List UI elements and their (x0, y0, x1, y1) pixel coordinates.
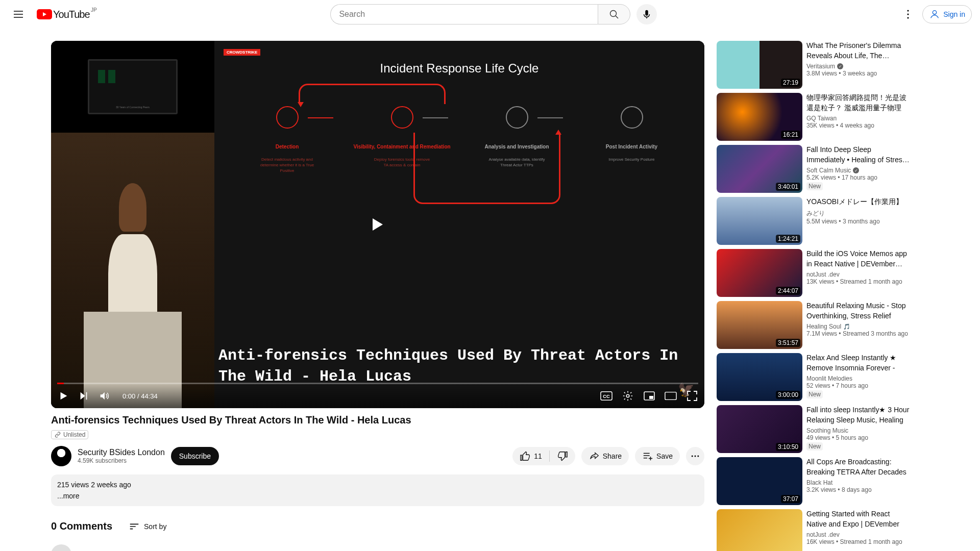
recommendation-item[interactable]: Getting Started with React Native and Ex… (717, 509, 922, 551)
youtube-wordmark: YouTube (53, 9, 90, 20)
secondary-column: 27:19 What The Prisoner's Dilemma Reveal… (717, 41, 922, 551)
speaker-pane: 30 Years of Connecting Peers (51, 41, 214, 408)
svg-point-14 (697, 456, 699, 457)
primary-column: 30 Years of Connecting Peers CROWDSTRIKE… (51, 41, 704, 551)
rec-thumbnail: 3:40:01 (717, 145, 802, 193)
channel-block: Security BSides London 4.59K subscribers… (51, 446, 506, 466)
search-input[interactable] (330, 4, 598, 24)
volume-button[interactable] (98, 390, 110, 402)
time-display: 0:00 / 44:34 (122, 392, 158, 400)
add-comment-row (51, 544, 704, 551)
share-button[interactable]: Share (581, 447, 629, 465)
signin-label: Sign in (943, 10, 965, 18)
rec-meta: 3.2K views • 8 days ago (806, 486, 910, 493)
rec-channel: GQ Taiwan (806, 115, 910, 122)
search-box (330, 4, 630, 24)
play-overlay-button[interactable] (373, 218, 383, 231)
subscribe-button[interactable]: Subscribe (171, 447, 219, 465)
rec-title: Fall Into Deep Sleep Immediately • Heali… (806, 145, 910, 165)
thumbs-down-icon (557, 450, 568, 462)
comment-input[interactable] (80, 547, 704, 552)
rec-meta: 5.2K views • 17 hours ago (806, 174, 910, 181)
signin-button[interactable]: Sign in (922, 5, 972, 23)
channel-avatar[interactable] (51, 446, 71, 466)
rec-title: Build the iOS Voice Memos app in React N… (806, 249, 910, 269)
more-actions-button[interactable] (686, 447, 704, 465)
save-button[interactable]: Save (635, 447, 680, 465)
duration-badge: 27:19 (781, 79, 800, 87)
cc-button[interactable]: CC (600, 390, 612, 402)
view-date: 215 views 2 weeks ago (57, 481, 698, 489)
recommendation-item[interactable]: 3:10:50 Fall into sleep Instantly★ 3 Hou… (717, 405, 922, 453)
rec-channel: notJust .dev (806, 531, 910, 538)
new-badge: New (806, 390, 823, 398)
youtube-logo[interactable]: YouTube JP (37, 9, 90, 20)
user-avatar (51, 544, 71, 551)
rec-meta: 3.8M views • 3 weeks ago (806, 70, 910, 77)
sort-button[interactable]: Sort by (129, 521, 166, 532)
recommendation-item[interactable]: 3:40:01 Fall Into Deep Sleep Immediately… (717, 145, 922, 193)
sort-icon (129, 521, 140, 532)
dislike-button[interactable] (550, 447, 575, 465)
search-button[interactable] (598, 4, 630, 24)
fullscreen-button[interactable] (686, 390, 698, 402)
recommendation-item[interactable]: 27:19 What The Prisoner's Dilemma Reveal… (717, 41, 922, 89)
svg-point-2 (908, 10, 909, 11)
user-icon (929, 9, 940, 20)
next-button[interactable] (78, 390, 90, 402)
miniplayer-button[interactable] (643, 390, 655, 402)
country-code: JP (91, 7, 97, 13)
rec-channel: みどり (806, 209, 910, 218)
share-icon (589, 450, 600, 462)
play-button[interactable] (57, 390, 69, 402)
video-overlay-title: Anti-forensics Techniques Used By Threat… (214, 345, 704, 387)
rec-channel: Veritasium✓ (806, 63, 910, 70)
flow-diagram: DetectionDetect malicious activity and d… (230, 106, 689, 174)
comments-count: 0 Comments (51, 520, 112, 532)
like-button[interactable]: 11 (512, 447, 549, 465)
rec-channel: Soft Calm Music✓ (806, 167, 910, 174)
voice-search-button[interactable] (636, 4, 657, 24)
svg-point-8 (626, 394, 629, 397)
verified-icon: ✓ (837, 63, 843, 69)
guide-menu-button[interactable] (8, 4, 29, 24)
svg-point-3 (908, 13, 909, 15)
microphone-icon (641, 9, 652, 20)
rec-title: Beautiful Relaxing Music - Stop Overthin… (806, 301, 910, 321)
youtube-icon (37, 9, 52, 19)
rec-channel: Soothing Music (806, 427, 910, 434)
rec-meta: 35K views • 4 weeks ago (806, 122, 910, 129)
recommendation-item[interactable]: 2:44:07 Build the iOS Voice Memos app in… (717, 249, 922, 297)
playlist-add-icon (642, 450, 653, 462)
new-badge: New (806, 442, 823, 450)
settings-button[interactable] (622, 390, 634, 402)
recommendation-item[interactable]: 37:07 All Cops Are Broadcasting: Breakin… (717, 457, 922, 505)
recommendation-item[interactable]: 1:24:21 YOASOBIメドレー【作業用】 みどり 5.5M views … (717, 197, 922, 245)
rec-meta: 52 views • 7 hours ago (806, 382, 910, 389)
channel-name[interactable]: Security BSides London (78, 448, 165, 457)
svg-point-13 (695, 456, 696, 457)
svg-point-4 (908, 17, 909, 18)
expand-description[interactable]: ...more (57, 492, 698, 500)
theater-button[interactable] (665, 390, 677, 402)
description-box[interactable]: 215 views 2 weeks ago ...more (51, 474, 704, 506)
thumbs-up-icon (520, 450, 531, 462)
search-icon (608, 8, 620, 20)
svg-rect-11 (665, 392, 676, 400)
header-left: YouTube JP (8, 4, 90, 24)
music-icon: 🎵 (843, 323, 850, 330)
crowdstrike-badge: CROWDSTRIKE (224, 49, 260, 56)
recommendation-item[interactable]: 16:21 物理學家回答網路提問！光是波還是粒子？ 濫威濫用量子物理 GQ Ta… (717, 93, 922, 141)
rec-meta: 7.1M views • Streamed 3 months ago (806, 330, 910, 337)
rec-channel: notJust .dev (806, 271, 910, 278)
svg-rect-10 (649, 396, 653, 399)
subscriber-count: 4.59K subscribers (78, 457, 165, 464)
visibility-badge: Unlisted (51, 430, 88, 439)
settings-menu-button[interactable] (898, 4, 918, 24)
recommendation-item[interactable]: 3:00:00 Relax And Sleep Instantly ★ Remo… (717, 353, 922, 401)
recommendation-item[interactable]: 3:51:57 Beautiful Relaxing Music - Stop … (717, 301, 922, 349)
rec-title: What The Prisoner's Dilemma Reveals Abou… (806, 41, 910, 61)
video-player[interactable]: 30 Years of Connecting Peers CROWDSTRIKE… (51, 41, 704, 408)
verified-icon: ✓ (853, 167, 859, 173)
header-right: Sign in (898, 4, 972, 24)
